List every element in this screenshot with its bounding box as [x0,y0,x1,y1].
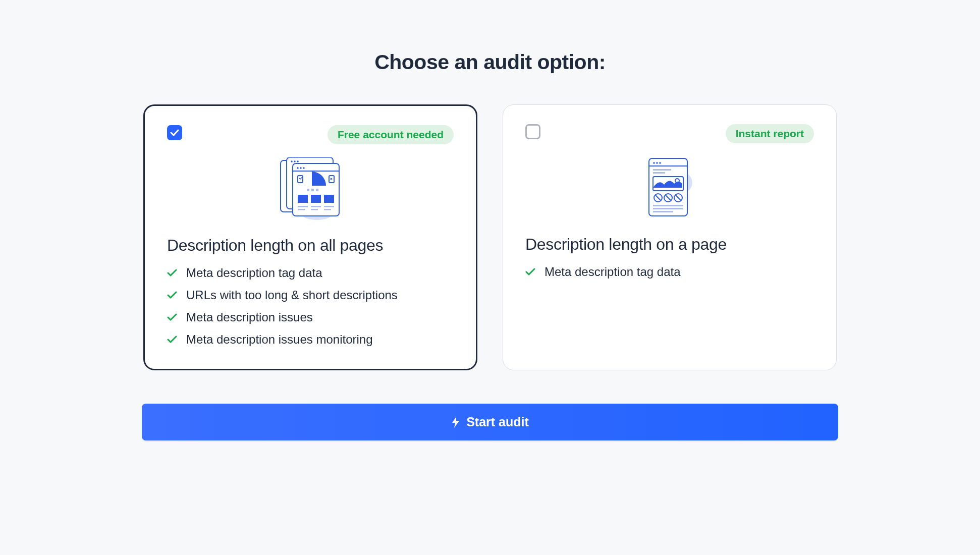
svg-point-29 [659,162,661,164]
check-icon [167,269,177,277]
check-icon [167,313,177,321]
feature-text: Meta description issues [186,310,313,324]
bolt-icon [451,417,460,428]
svg-rect-14 [311,189,314,191]
multi-page-illustration [278,157,343,221]
svg-rect-42 [653,208,683,209]
svg-rect-15 [316,189,318,191]
feature-list: Meta description tag data URLs with too … [167,266,454,347]
svg-point-3 [291,160,293,162]
single-page-illustration [642,156,697,220]
svg-rect-13 [307,189,309,191]
svg-rect-31 [653,169,671,171]
start-audit-button[interactable]: Start audit [142,404,838,440]
feature-text: Meta description tag data [186,266,322,280]
svg-point-27 [653,162,655,164]
feature-list: Meta description tag data [525,265,814,279]
svg-rect-19 [298,206,308,207]
check-icon [170,129,179,136]
svg-point-9 [303,167,305,169]
svg-rect-21 [311,206,321,207]
svg-rect-22 [311,209,318,210]
cta-label: Start audit [466,415,529,429]
feature-item: Meta description issues monitoring [167,332,454,347]
audit-options: Free account needed [142,104,838,370]
svg-rect-41 [653,205,683,206]
feature-text: Meta description issues monitoring [186,332,373,347]
check-icon [525,268,535,276]
checkbox-checked[interactable] [167,125,182,140]
checkbox-unchecked[interactable] [525,124,540,139]
feature-item: Meta description tag data [167,266,454,280]
check-icon [167,336,177,344]
feature-text: Meta description tag data [545,265,681,279]
svg-point-8 [300,167,302,169]
feature-item: Meta description tag data [525,265,814,279]
svg-rect-23 [324,206,334,207]
check-icon [167,291,177,299]
svg-rect-17 [311,195,321,203]
svg-point-5 [297,160,299,162]
svg-rect-18 [324,195,334,203]
svg-rect-43 [653,211,673,212]
svg-point-7 [297,167,299,169]
option-title: Description length on a page [525,235,814,254]
feature-item: Meta description issues [167,310,454,324]
badge-instant-report: Instant report [726,124,814,143]
svg-point-28 [656,162,658,164]
audit-option-all-pages[interactable]: Free account needed [143,104,477,370]
page-title: Choose an audit option: [142,50,838,74]
svg-rect-24 [324,209,331,210]
svg-rect-20 [298,209,305,210]
audit-option-single-page[interactable]: Instant report [503,104,837,370]
svg-rect-32 [653,172,665,174]
option-title: Description length on all pages [167,236,454,255]
svg-point-4 [294,160,296,162]
badge-free-account: Free account needed [328,125,454,144]
feature-text: URLs with too long & short descriptions [186,288,398,302]
feature-item: URLs with too long & short descriptions [167,288,454,302]
svg-rect-16 [298,195,308,203]
